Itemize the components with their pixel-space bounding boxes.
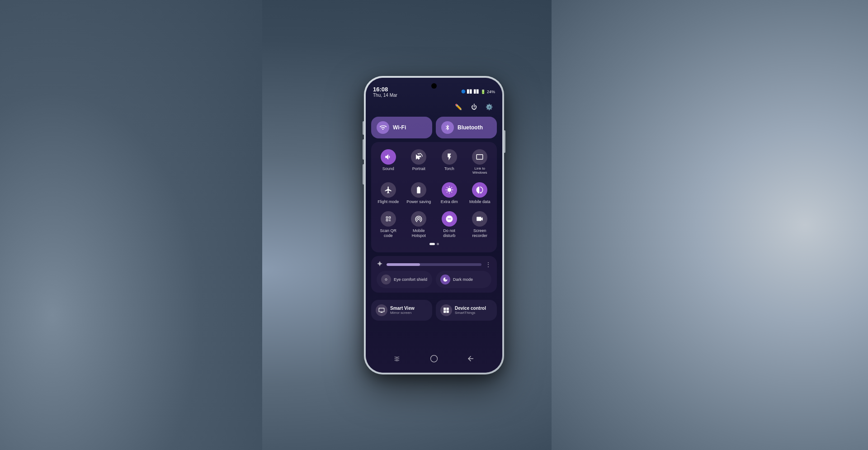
- brightness-low-icon: [377, 261, 383, 268]
- portrait-tile[interactable]: Portrait: [405, 147, 434, 178]
- torch-tile[interactable]: Torch: [435, 147, 464, 178]
- status-bar: 16:08 Thu, 14 Mar 🔵 ▊▊ ▊▊ 🔋 24%: [366, 78, 502, 99]
- flight-mode-tile[interactable]: Flight mode: [374, 180, 403, 207]
- portrait-label: Portrait: [412, 166, 425, 171]
- mobile-hotspot-label: Mobile Hotspot: [406, 228, 432, 238]
- eye-comfort-icon: [381, 275, 391, 284]
- phone-screen: 16:08 Thu, 14 Mar 🔵 ▊▊ ▊▊ 🔋 24%: [366, 78, 502, 373]
- status-time: 16:08: [373, 86, 397, 93]
- dark-mode-label: Dark mode: [453, 277, 473, 282]
- brightness-container: ⋮ Eye comfort shield: [371, 256, 497, 293]
- wifi-tile[interactable]: Wi-Fi: [371, 117, 432, 138]
- torch-icon: [442, 149, 457, 165]
- back-button[interactable]: [467, 355, 475, 365]
- volume-down-button[interactable]: [363, 164, 364, 185]
- smart-view-icon: [376, 304, 387, 316]
- bluetooth-label: Bluetooth: [458, 124, 483, 131]
- camera-punch-hole: [431, 83, 437, 89]
- comfort-row: Eye comfort shield Dark mode: [377, 271, 491, 288]
- battery-percent: 24%: [487, 90, 495, 94]
- brightness-fill: [387, 263, 420, 266]
- portrait-icon: [411, 149, 426, 165]
- scan-qr-tile[interactable]: Scan QR code: [374, 208, 403, 241]
- edit-icon[interactable]: ✏️: [453, 101, 464, 113]
- eye-comfort-label: Eye comfort shield: [394, 277, 427, 282]
- smart-view-tile[interactable]: Smart View Mirror screen: [371, 300, 432, 321]
- extra-dim-icon: [442, 182, 457, 198]
- screen-recorder-label: Screen recorder: [467, 228, 493, 238]
- mobile-data-label: Mobile data: [469, 199, 491, 204]
- wifi-status-icon: ▊▊: [467, 90, 472, 94]
- screen-recorder-tile[interactable]: Screen recorder: [466, 208, 495, 241]
- flight-mode-label: Flight mode: [377, 199, 399, 204]
- phone-wrapper: 16:08 Thu, 14 Mar 🔵 ▊▊ ▊▊ 🔋 24%: [364, 76, 504, 374]
- background-left: [0, 0, 262, 450]
- do-not-disturb-tile[interactable]: Do not disturb: [435, 208, 464, 241]
- bluetooth-icon: [441, 121, 454, 134]
- bottom-tiles-row: Smart View Mirror screen Dev: [371, 300, 497, 321]
- scan-qr-label: Scan QR code: [376, 228, 401, 238]
- header-row: ✏️ ⏻ ⚙️: [366, 99, 502, 117]
- dark-mode-icon: [440, 275, 450, 284]
- device-control-sub: SmartThings: [455, 311, 486, 315]
- svg-point-0: [431, 355, 438, 362]
- dot-2: [437, 243, 439, 245]
- power-saving-icon: [411, 182, 426, 198]
- settings-icon[interactable]: ⚙️: [483, 101, 495, 113]
- eye-comfort-tile[interactable]: Eye comfort shield: [377, 271, 432, 288]
- mobile-hotspot-icon: [411, 211, 426, 227]
- home-button[interactable]: [429, 354, 439, 365]
- navigation-bar: [366, 350, 502, 373]
- device-control-icon: [440, 304, 452, 316]
- sound-label: Sound: [382, 166, 394, 171]
- mobile-data-icon: [472, 182, 487, 198]
- connectivity-row: Wi-Fi Bluetooth: [371, 117, 497, 138]
- wifi-label: Wi-Fi: [393, 124, 406, 131]
- brightness-menu-icon[interactable]: ⋮: [485, 261, 491, 268]
- header-actions: ✏️ ⏻ ⚙️: [453, 101, 495, 113]
- battery-icon: 🔋: [481, 90, 486, 94]
- device-control-tile[interactable]: Device control SmartThings: [436, 300, 497, 321]
- device-control-label: Device control: [455, 306, 486, 311]
- bluetooth-status-icon: 🔵: [461, 90, 466, 94]
- background-right: [552, 0, 868, 450]
- screen-recorder-icon: [472, 211, 487, 227]
- phone-device: 16:08 Thu, 14 Mar 🔵 ▊▊ ▊▊ 🔋 24%: [364, 76, 504, 374]
- scan-qr-icon: [381, 211, 396, 227]
- volume-up-button[interactable]: [363, 139, 364, 160]
- status-icons: 🔵 ▊▊ ▊▊ 🔋 24%: [461, 90, 495, 94]
- do-not-disturb-icon: [442, 211, 457, 227]
- recent-apps-button[interactable]: [393, 355, 401, 365]
- sound-icon: [381, 149, 396, 165]
- mobile-hotspot-tile[interactable]: Mobile Hotspot: [405, 208, 434, 241]
- quick-tiles-grid: Sound Portrait: [374, 147, 494, 242]
- power-button[interactable]: [504, 130, 505, 153]
- flight-mode-icon: [381, 182, 396, 198]
- wifi-icon: [377, 121, 389, 134]
- power-settings-icon[interactable]: ⏻: [468, 101, 480, 113]
- dark-mode-tile[interactable]: Dark mode: [436, 271, 491, 288]
- smart-view-text: Smart View Mirror screen: [390, 306, 415, 315]
- extra-dim-tile[interactable]: Extra dim: [435, 180, 464, 207]
- mobile-data-tile[interactable]: Mobile data: [466, 180, 495, 207]
- smart-view-label: Smart View: [390, 306, 415, 311]
- link-windows-icon: [472, 149, 487, 165]
- dot-1: [429, 243, 435, 245]
- device-control-text: Device control SmartThings: [455, 306, 486, 315]
- power-saving-tile[interactable]: Power saving: [405, 180, 434, 207]
- bluetooth-tile[interactable]: Bluetooth: [436, 117, 497, 138]
- content-area: Wi-Fi Bluetooth: [366, 117, 502, 350]
- extra-dim-label: Extra dim: [441, 199, 458, 204]
- volume-silent-button[interactable]: [363, 121, 364, 135]
- do-not-disturb-label: Do not disturb: [437, 228, 462, 238]
- android-screen: 16:08 Thu, 14 Mar 🔵 ▊▊ ▊▊ 🔋 24%: [366, 78, 502, 373]
- power-saving-label: Power saving: [406, 199, 431, 204]
- smart-view-sub: Mirror screen: [390, 311, 415, 315]
- brightness-slider[interactable]: [387, 263, 481, 266]
- signal-icon: ▊▊: [474, 90, 479, 94]
- link-windows-tile[interactable]: Link to Windows: [466, 147, 495, 178]
- status-date: Thu, 14 Mar: [373, 93, 397, 98]
- sound-tile[interactable]: Sound: [374, 147, 403, 178]
- torch-label: Torch: [444, 166, 454, 171]
- quick-tiles-container: Sound Portrait: [371, 142, 497, 253]
